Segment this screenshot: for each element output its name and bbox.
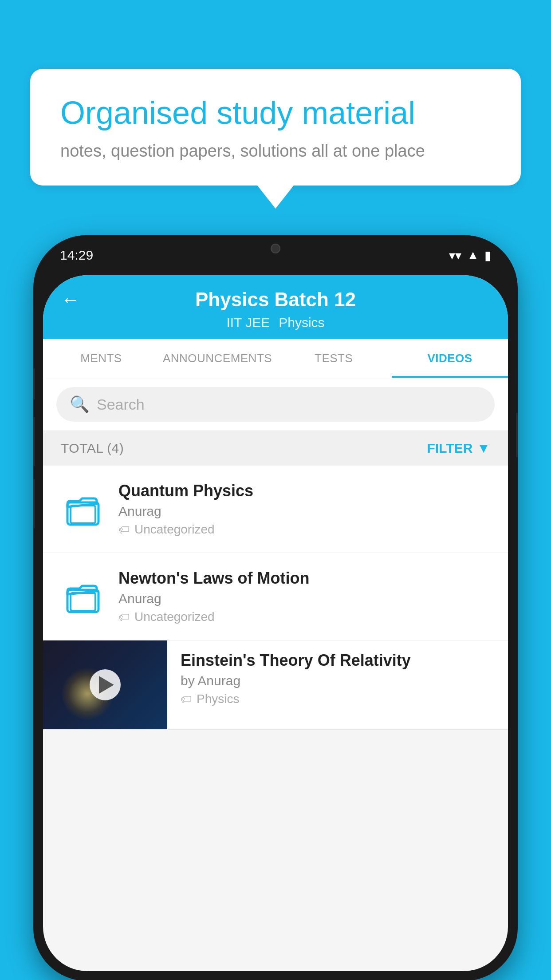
signal-icon: ▲ [467, 248, 479, 262]
item-tag2: 🏷 Uncategorized [118, 610, 490, 624]
tag-label2: Uncategorized [134, 610, 215, 624]
status-time: 14:29 [60, 248, 93, 263]
bubble-subtitle: notes, question papers, solutions all at… [60, 142, 491, 161]
speech-bubble: Organised study material notes, question… [30, 69, 521, 186]
tag-label3: Physics [197, 692, 239, 706]
tab-videos[interactable]: VIDEOS [392, 339, 508, 378]
search-bar[interactable]: 🔍 Search [56, 387, 495, 422]
wifi-icon: ▾▾ [449, 248, 461, 263]
video-tag: 🏷 Physics [181, 692, 495, 706]
back-button[interactable]: ← [61, 288, 80, 311]
header-subtitle: IIT JEE Physics [43, 315, 508, 339]
tab-bar: MENTS ANNOUNCEMENTS TESTS VIDEOS [43, 339, 508, 378]
video-thumbnail [43, 640, 167, 729]
phone-screen: ← Physics Batch 12 IIT JEE Physics MENTS… [43, 275, 508, 971]
bubble-title: Organised study material [60, 94, 491, 132]
folder-svg [65, 491, 101, 527]
play-triangle-icon [99, 676, 114, 694]
item-title2: Newton's Laws of Motion [118, 569, 490, 588]
app-header-top: ← Physics Batch 12 [43, 275, 508, 315]
subtitle-physics: Physics [279, 315, 324, 330]
camera [271, 244, 280, 253]
subtitle-iitjee: IIT JEE [226, 315, 270, 330]
tag-icon: 🏷 [118, 523, 130, 537]
header-title: Physics Batch 12 [195, 288, 356, 311]
play-button[interactable] [90, 669, 121, 700]
filter-bar: TOTAL (4) FILTER ▼ [43, 431, 508, 466]
svg-rect-3 [71, 593, 95, 611]
video-info: Einstein's Theory Of Relativity by Anura… [167, 640, 508, 717]
app-header: ← Physics Batch 12 IIT JEE Physics [43, 275, 508, 339]
status-bar: 14:29 ▾▾ ▲ ▮ [33, 235, 518, 275]
power-button [516, 413, 518, 457]
total-count: TOTAL (4) [61, 441, 124, 456]
list-item[interactable]: Newton's Laws of Motion Anurag 🏷 Uncateg… [43, 553, 508, 640]
folder-svg2 [65, 579, 101, 614]
svg-rect-1 [71, 506, 95, 523]
tag-icon2: 🏷 [118, 610, 130, 624]
item-icon-folder [61, 491, 105, 527]
filter-label: FILTER [427, 441, 473, 456]
tab-tests[interactable]: TESTS [276, 339, 392, 378]
item-icon-folder2 [61, 579, 105, 614]
item-author: Anurag [118, 504, 490, 519]
list-item[interactable]: Quantum Physics Anurag 🏷 Uncategorized [43, 466, 508, 553]
item-tag: 🏷 Uncategorized [118, 522, 490, 537]
tag-label: Uncategorized [134, 522, 215, 537]
volume-up-button [33, 417, 35, 466]
item-author2: Anurag [118, 591, 490, 606]
video-title: Einstein's Theory Of Relativity [181, 651, 495, 670]
filter-icon: ▼ [477, 441, 490, 456]
tab-announcements[interactable]: ANNOUNCEMENTS [159, 339, 276, 378]
phone-frame: 14:29 ▾▾ ▲ ▮ ← Physics Batch 12 IIT JEE … [33, 235, 518, 980]
search-placeholder: Search [97, 396, 145, 413]
volume-down-button [33, 479, 35, 528]
tab-ments[interactable]: MENTS [43, 339, 159, 378]
list-item-video[interactable]: Einstein's Theory Of Relativity by Anura… [43, 640, 508, 730]
content-list: Quantum Physics Anurag 🏷 Uncategorized [43, 466, 508, 730]
search-icon: 🔍 [70, 395, 90, 414]
search-container: 🔍 Search [43, 378, 508, 431]
tag-icon3: 🏷 [181, 692, 192, 706]
silent-button [33, 368, 35, 399]
notch [231, 235, 320, 262]
battery-icon: ▮ [484, 248, 491, 263]
status-icons: ▾▾ ▲ ▮ [449, 248, 491, 263]
video-author: by Anurag [181, 673, 495, 688]
item-title: Quantum Physics [118, 482, 490, 500]
item-info: Quantum Physics Anurag 🏷 Uncategorized [118, 482, 490, 537]
item-info2: Newton's Laws of Motion Anurag 🏷 Uncateg… [118, 569, 490, 624]
filter-button[interactable]: FILTER ▼ [427, 441, 490, 456]
